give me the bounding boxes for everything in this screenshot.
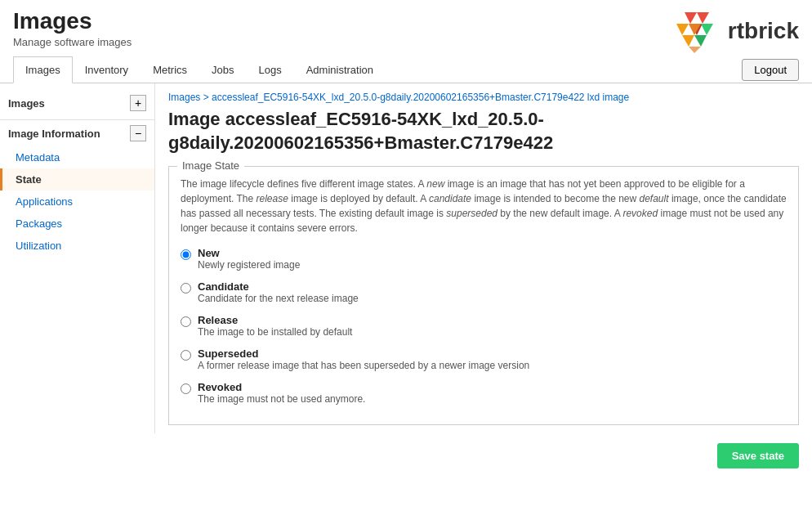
radio-revoked-desc: The image must not be used anymore. bbox=[198, 393, 365, 405]
radio-option-superseded: Superseded A former release image that h… bbox=[181, 347, 787, 371]
svg-marker-6 bbox=[694, 35, 707, 47]
radio-candidate[interactable] bbox=[181, 283, 191, 294]
radio-candidate-desc: Candidate for the next release image bbox=[198, 293, 359, 304]
svg-marker-8 bbox=[689, 47, 701, 53]
sidebar-item-applications[interactable]: Applications bbox=[0, 191, 154, 213]
header-left: Images Manage software images bbox=[13, 8, 132, 48]
sidebar-item-metadata[interactable]: Metadata bbox=[0, 146, 154, 168]
svg-marker-0 bbox=[685, 12, 697, 24]
image-state-legend: Image State bbox=[177, 159, 244, 172]
sidebar-images-label: Images bbox=[8, 97, 45, 110]
logout-button[interactable]: Logout bbox=[742, 59, 799, 81]
state-description: The image lifecycle defines five differe… bbox=[181, 177, 787, 235]
svg-marker-5 bbox=[682, 35, 694, 47]
radio-superseded[interactable] bbox=[181, 350, 191, 361]
logo-area: rtbrick bbox=[672, 8, 799, 53]
app-title: Images bbox=[13, 8, 132, 34]
svg-marker-1 bbox=[697, 12, 709, 24]
radio-new-desc: Newly registered image bbox=[198, 259, 300, 271]
radio-option-revoked: Revoked The image must not be used anymo… bbox=[181, 381, 787, 405]
sidebar-item-packages[interactable]: Packages bbox=[0, 213, 154, 235]
save-bar: Save state bbox=[0, 433, 812, 478]
sidebar-image-info-section: Image Information − bbox=[0, 119, 154, 146]
nav-tab-images[interactable]: Images bbox=[13, 56, 73, 83]
sidebar-item-state[interactable]: State bbox=[0, 168, 154, 191]
breadcrumb: Images > accessleaf_EC5916-54XK_lxd_20.5… bbox=[168, 92, 799, 103]
radio-revoked-label-group: Revoked The image must not be used anymo… bbox=[198, 381, 365, 405]
nav-tabs: Images Inventory Metrics Jobs Logs Admin… bbox=[13, 56, 386, 83]
radio-candidate-title[interactable]: Candidate bbox=[198, 280, 359, 293]
sidebar-image-info-label: Image Information bbox=[8, 128, 100, 140]
radio-option-new: New Newly registered image bbox=[181, 247, 787, 271]
radio-candidate-label-group: Candidate Candidate for the next release… bbox=[198, 280, 359, 304]
image-state-box: Image State The image lifecycle defines … bbox=[168, 166, 799, 425]
rtbrick-logo-icon bbox=[672, 8, 721, 53]
radio-new-label-group: New Newly registered image bbox=[198, 247, 300, 271]
svg-marker-7 bbox=[701, 24, 713, 35]
radio-release-desc: The image to be installed by default bbox=[198, 326, 352, 338]
nav-tab-jobs[interactable]: Jobs bbox=[199, 56, 246, 83]
nav-tab-inventory[interactable]: Inventory bbox=[73, 56, 141, 83]
sidebar-add-button[interactable]: + bbox=[130, 95, 146, 111]
sidebar-images-section: Images + bbox=[0, 90, 154, 116]
app-subtitle: Manage software images bbox=[13, 36, 132, 48]
breadcrumb-link[interactable]: Images bbox=[168, 92, 200, 103]
sidebar-item-utilization[interactable]: Utilization bbox=[0, 235, 154, 257]
radio-release-label-group: Release The image to be installed by def… bbox=[198, 314, 352, 338]
nav-tab-administration[interactable]: Administration bbox=[294, 56, 386, 83]
nav-bar: Images Inventory Metrics Jobs Logs Admin… bbox=[0, 56, 812, 83]
content-area: Images > accessleaf_EC5916-54XK_lxd_20.5… bbox=[155, 83, 812, 433]
radio-revoked[interactable] bbox=[181, 383, 191, 394]
radio-superseded-title[interactable]: Superseded bbox=[198, 347, 529, 360]
radio-option-release: Release The image to be installed by def… bbox=[181, 314, 787, 338]
radio-revoked-title[interactable]: Revoked bbox=[198, 381, 365, 393]
radio-superseded-desc: A former release image that has been sup… bbox=[198, 360, 529, 371]
sidebar-collapse-button[interactable]: − bbox=[130, 125, 146, 141]
header: Images Manage software images rtbrick bbox=[0, 0, 812, 53]
radio-new-title[interactable]: New bbox=[198, 247, 300, 259]
nav-tab-metrics[interactable]: Metrics bbox=[141, 56, 199, 83]
radio-new[interactable] bbox=[181, 249, 191, 260]
nav-tab-logs[interactable]: Logs bbox=[246, 56, 293, 83]
page-title: Image accessleaf_EC5916-54XK_lxd_20.5.0-… bbox=[168, 108, 799, 155]
radio-option-candidate: Candidate Candidate for the next release… bbox=[181, 280, 787, 304]
breadcrumb-rest: > accessleaf_EC5916-54XK_lxd_20.5.0-g8da… bbox=[200, 92, 629, 103]
radio-superseded-label-group: Superseded A former release image that h… bbox=[198, 347, 529, 371]
main-layout: Images + Image Information − Metadata St… bbox=[0, 83, 812, 433]
sidebar: Images + Image Information − Metadata St… bbox=[0, 83, 155, 433]
radio-release[interactable] bbox=[181, 316, 191, 327]
svg-marker-3 bbox=[676, 24, 689, 35]
save-state-button[interactable]: Save state bbox=[717, 443, 799, 468]
radio-release-title[interactable]: Release bbox=[198, 314, 352, 326]
logo-text: rtbrick bbox=[728, 18, 799, 44]
